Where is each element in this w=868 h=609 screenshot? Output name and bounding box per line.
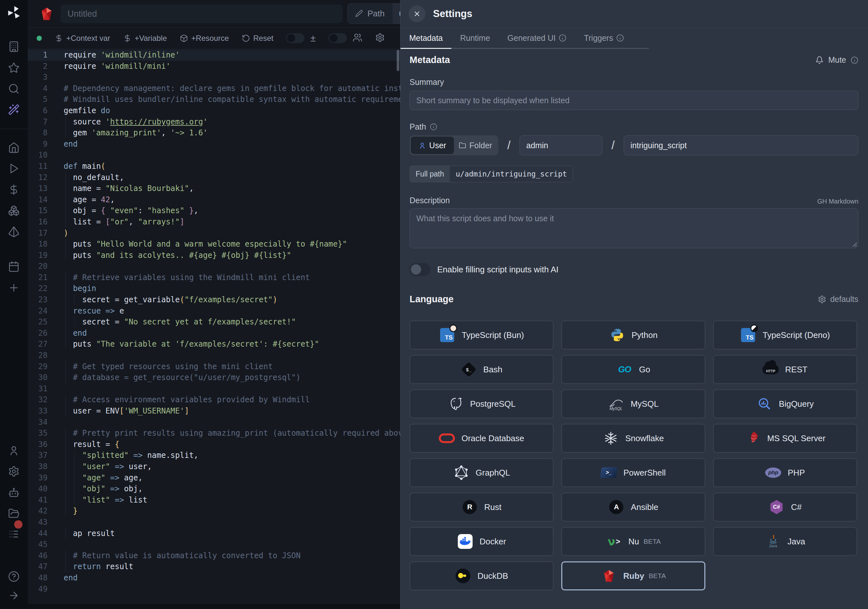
code-line-10[interactable]: 10 bbox=[28, 150, 400, 161]
code-line-45[interactable]: 45 bbox=[28, 539, 400, 550]
code-line-33[interactable]: 33 user = ENV['WM_USERNAME'] bbox=[28, 406, 400, 417]
add-resource-button[interactable]: +Resource bbox=[180, 34, 229, 43]
code-line-5[interactable]: 5# Windmill uses bundler/inline compatib… bbox=[28, 94, 400, 105]
code-line-40[interactable]: 40 "obj" => obj, bbox=[28, 483, 400, 494]
code-line-48[interactable]: 48end bbox=[28, 572, 400, 584]
language-card-typescript-deno-[interactable]: TSTypeScript (Deno) bbox=[713, 321, 857, 350]
expand-arrow-icon[interactable] bbox=[8, 590, 20, 601]
code-line-37[interactable]: 37 "splitted" => name.split, bbox=[28, 450, 400, 461]
language-card-php[interactable]: phpPHP bbox=[713, 458, 857, 487]
code-line-36[interactable]: 36 result = { bbox=[28, 439, 400, 450]
folder-segment-button[interactable]: Folder bbox=[454, 136, 497, 154]
audit-logs-icon[interactable] bbox=[8, 528, 20, 540]
language-card-python[interactable]: Python bbox=[561, 321, 705, 350]
code-line-22[interactable]: 22 begin bbox=[28, 283, 400, 294]
variables-dollar-icon[interactable] bbox=[8, 184, 20, 195]
language-card-duckdb[interactable]: DuckDB bbox=[409, 561, 553, 590]
home-icon[interactable] bbox=[8, 142, 20, 153]
code-line-6[interactable]: 6gemfile do bbox=[28, 105, 400, 116]
reset-button[interactable]: Reset bbox=[242, 34, 274, 43]
runs-play-icon[interactable] bbox=[8, 163, 20, 174]
code-line-19[interactable]: 19 puts "and its acolytes.. #{age} #{obj… bbox=[28, 250, 400, 261]
code-line-24[interactable]: 24 rescue => e bbox=[28, 305, 400, 317]
language-card-nu[interactable]: ν>NuBETA bbox=[561, 527, 705, 556]
user-segment-button[interactable]: User bbox=[411, 136, 454, 154]
path-owner-input[interactable]: admin bbox=[519, 135, 603, 155]
language-card-postgresql[interactable]: PostgreSQL bbox=[409, 389, 553, 418]
language-card-bash[interactable]: $_Bash bbox=[409, 355, 553, 384]
code-line-29[interactable]: 29 # Get typed resources using the mini … bbox=[28, 361, 400, 372]
collab-mode-toggle[interactable] bbox=[329, 33, 347, 43]
diff-mode-toggle[interactable] bbox=[286, 33, 304, 43]
code-line-17[interactable]: 17) bbox=[28, 228, 400, 239]
language-card-c-[interactable]: C#C# bbox=[713, 493, 857, 522]
tab-metadata[interactable]: Metadata bbox=[401, 28, 451, 48]
code-line-9[interactable]: 9end bbox=[28, 139, 400, 150]
language-defaults-button[interactable]: defaults bbox=[818, 294, 858, 304]
code-line-21[interactable]: 21 # Retrieve variables using the Windmi… bbox=[28, 272, 400, 283]
code-line-12[interactable]: 12 no_default, bbox=[28, 172, 400, 183]
help-icon[interactable] bbox=[8, 571, 20, 582]
code-line-3[interactable]: 3 bbox=[28, 72, 400, 83]
language-card-typescript-bun-[interactable]: TSTypeScript (Bun) bbox=[409, 321, 553, 350]
language-card-oracle-database[interactable]: Oracle Database bbox=[409, 424, 553, 453]
code-line-39[interactable]: 39 "age" => age, bbox=[28, 473, 400, 483]
search-icon[interactable] bbox=[8, 83, 20, 95]
add-variable-button[interactable]: +Variable bbox=[123, 34, 167, 43]
tab-generated-ui[interactable]: Generated UI bbox=[499, 28, 575, 48]
code-line-16[interactable]: 16 list = ["or", "arrays!"] bbox=[28, 216, 400, 228]
code-line-14[interactable]: 14 age = 42, bbox=[28, 194, 400, 206]
code-line-47[interactable]: 47 return result bbox=[28, 561, 400, 572]
code-line-26[interactable]: 26 end bbox=[28, 328, 400, 339]
mute-button[interactable]: Mute bbox=[815, 55, 858, 65]
code-line-7[interactable]: 7 source 'https://rubygems.org' bbox=[28, 116, 400, 128]
code-line-34[interactable]: 34 bbox=[28, 417, 400, 428]
language-card-go[interactable]: GOGo bbox=[561, 355, 705, 384]
code-line-32[interactable]: 32 # Access environment variables provid… bbox=[28, 394, 400, 406]
calendar-icon[interactable] bbox=[8, 261, 20, 272]
code-line-1[interactable]: 1require 'windmill/inline' bbox=[28, 50, 400, 61]
code-line-25[interactable]: 25 secret = "No secret yet at f/examples… bbox=[28, 316, 400, 328]
code-line-42[interactable]: 42 } bbox=[28, 505, 400, 517]
code-line-49[interactable]: 49 bbox=[28, 584, 400, 595]
code-line-20[interactable]: 20 bbox=[28, 261, 400, 272]
code-line-46[interactable]: 46 # Return value is automatically conve… bbox=[28, 550, 400, 561]
language-card-rest[interactable]: HTTPREST bbox=[713, 355, 857, 384]
code-line-28[interactable]: 28 bbox=[28, 350, 400, 361]
tab-triggers[interactable]: Triggers bbox=[575, 28, 633, 48]
tab-runtime[interactable]: Runtime bbox=[451, 28, 499, 48]
resources-boxes-icon[interactable] bbox=[8, 205, 20, 216]
path-button[interactable]: Path u/admin/intriguing_script bbox=[347, 3, 400, 24]
code-line-8[interactable]: 8 gem 'amazing_print', '~> 1.6' bbox=[28, 127, 400, 139]
code-line-41[interactable]: 41 "list" => list bbox=[28, 494, 400, 506]
user-icon[interactable] bbox=[8, 445, 20, 456]
language-card-mysql[interactable]: MySQLMySQL bbox=[561, 389, 705, 418]
language-card-ansible[interactable]: AAnsible bbox=[561, 493, 705, 522]
language-card-snowflake[interactable]: Snowflake bbox=[561, 424, 705, 453]
language-card-java[interactable]: JavaJava bbox=[713, 527, 857, 556]
code-line-13[interactable]: 13 name = "Nicolas Bourbaki", bbox=[28, 183, 400, 194]
settings-gear-icon[interactable] bbox=[8, 466, 20, 477]
description-textarea[interactable]: What this script does and how to use it bbox=[409, 208, 858, 248]
code-line-15[interactable]: 15 obj = { "even": "hashes" }, bbox=[28, 205, 400, 216]
language-card-docker[interactable]: Docker bbox=[409, 527, 553, 556]
code-line-18[interactable]: 18 puts "Hello World and a warm welcome … bbox=[28, 239, 400, 250]
summary-input[interactable]: Short summary to be displayed when liste… bbox=[409, 91, 858, 110]
script-title-input[interactable]: Untitled bbox=[60, 5, 343, 23]
language-card-graphql[interactable]: GraphQL bbox=[409, 458, 553, 487]
folders-icon[interactable] bbox=[8, 508, 20, 519]
ai-inputs-toggle[interactable] bbox=[409, 263, 430, 276]
code-line-38[interactable]: 38 "user" => user, bbox=[28, 461, 400, 473]
code-line-4[interactable]: 4# Dependency management: declare gems i… bbox=[28, 83, 400, 94]
code-line-44[interactable]: 44 ap result bbox=[28, 528, 400, 539]
add-context-var-button[interactable]: +Context var bbox=[55, 34, 110, 43]
code-line-23[interactable]: 23 secret = get_variable("f/examples/sec… bbox=[28, 294, 400, 305]
code-line-35[interactable]: 35 # Pretty print results using amazing_… bbox=[28, 428, 400, 439]
windmill-logo-icon[interactable] bbox=[6, 5, 21, 20]
code-line-30[interactable]: 30 # database = get_resource("u/user/my_… bbox=[28, 372, 400, 383]
language-card-ms-sql-server[interactable]: MS SQL Server bbox=[713, 424, 857, 453]
editor-scrollbar[interactable] bbox=[397, 50, 399, 71]
workspace-icon[interactable] bbox=[8, 41, 20, 53]
schedules-pyramid-icon[interactable] bbox=[8, 226, 20, 238]
code-line-2[interactable]: 2require 'windmill/mini' bbox=[28, 61, 400, 72]
